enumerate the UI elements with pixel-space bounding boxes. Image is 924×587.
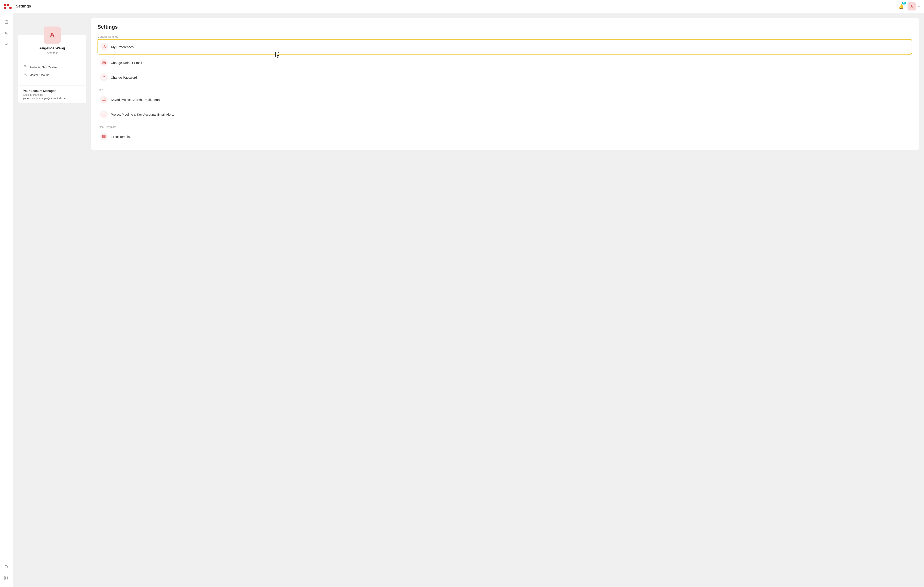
flag-icon [23,65,27,69]
account-manager-role: Account Manager [23,93,81,96]
pipeline-icon-wrap [100,110,108,118]
profile-info: Australia, New Zealand Master Account [23,61,81,80]
page-title: Settings [16,4,31,8]
svg-line-14 [7,568,8,569]
svg-line-9 [5,33,7,34]
settings-panel: Settings General Settings My Preferences [91,18,919,150]
change-password-chevron-icon: › [908,76,909,79]
change-password-icon-wrap [100,74,108,81]
profile-location-item: Australia, New Zealand [23,63,81,71]
svg-point-6 [5,33,6,33]
sidebar-item-search[interactable] [2,562,11,572]
settings-item-excel[interactable]: Excel Template › [97,129,912,144]
svg-line-8 [5,32,7,33]
lock-icon [102,76,106,79]
settings-item-saved-search[interactable]: Saved Project Search Email Alerts › [97,92,912,107]
excel-section-label: Excel Template [97,125,912,129]
sidebar-item-clipboard[interactable] [2,17,11,26]
excel-icon-wrap [100,133,108,140]
sidebar-item-grid[interactable] [2,573,11,583]
settings-item-pipeline[interactable]: Project Pipeline & Key Accounts Email Al… [97,107,912,122]
profile-location: Australia, New Zealand [30,66,58,69]
profile-role: Architect [47,51,58,54]
profile-body: A Angelica Wang Architect Australia, New… [18,26,86,86]
sidebar-item-analytics[interactable] [2,40,11,49]
bell-pipeline-icon [102,112,106,116]
bell-alert-icon [102,98,106,102]
svg-point-13 [5,566,8,568]
settings-item-change-email[interactable]: Change Default Email › [97,55,912,70]
pipeline-label: Project Pipeline & Key Accounts Email Al… [111,113,908,116]
svg-point-21 [104,45,105,46]
profile-account-item: Master Account [23,71,81,79]
settings-title: Settings [97,24,912,30]
svg-rect-15 [5,576,6,577]
profile-account-type: Master Account [30,73,49,76]
alert-section-label: Alert [97,88,912,91]
sidebar-item-network[interactable] [2,28,11,38]
notification-button[interactable]: 🔔 22 [897,3,905,10]
settings-item-my-preferences[interactable]: My Preferences [97,39,912,54]
table-icon [102,135,106,139]
pipeline-chevron-icon: › [908,112,909,116]
settings-item-change-password[interactable]: Change Password › [97,70,912,85]
svg-rect-18 [7,579,8,580]
logo-icon [4,4,12,9]
my-preferences-label: My Preferences [111,45,909,49]
main-content: A Angelica Wang Architect Australia, New… [13,13,924,587]
profile-card: A Angelica Wang Architect Australia, New… [18,18,86,103]
saved-search-label: Saved Project Search Email Alerts [111,98,908,102]
svg-point-7 [7,34,8,35]
bell-icon: 🔔 [899,4,904,9]
excel-chevron-icon: › [908,135,909,139]
email-icon [102,61,106,64]
profile-avatar: A [44,26,61,44]
main-layout: A Angelica Wang Architect Australia, New… [0,0,924,587]
header-right: 🔔 22 A ▾ [897,2,920,10]
profile-name: Angelica Wang [39,46,65,50]
svg-point-20 [25,73,26,74]
change-email-icon-wrap [100,59,108,66]
saved-search-chevron-icon: › [908,98,909,102]
svg-rect-17 [5,579,6,580]
sidebar [0,13,13,587]
chevron-down-icon[interactable]: ▾ [918,5,920,8]
user-avatar-button[interactable]: A [908,2,916,10]
account-manager-email: youraccountmanager@bcicentral.com [23,97,81,100]
app-header: Settings 🔔 22 A ▾ [0,0,924,13]
general-settings-label: General Settings [97,35,912,38]
svg-rect-24 [102,135,106,138]
logo-area: Settings [4,4,31,9]
profile-divider [23,59,81,60]
person-settings-icon [102,45,106,49]
svg-rect-16 [7,576,8,577]
svg-rect-23 [103,77,105,79]
change-password-label: Change Password [111,76,908,79]
account-manager-title: Your Account Manager [23,89,81,92]
change-email-label: Change Default Email [111,61,908,64]
change-email-chevron-icon: › [908,61,909,64]
my-preferences-icon-wrap [101,43,108,51]
account-manager-section: Your Account Manager Account Manager you… [18,86,86,103]
notification-badge: 22 [902,2,906,5]
saved-search-icon-wrap [100,96,108,104]
excel-label: Excel Template [111,135,908,139]
person-icon [23,73,27,77]
svg-point-5 [7,31,8,32]
